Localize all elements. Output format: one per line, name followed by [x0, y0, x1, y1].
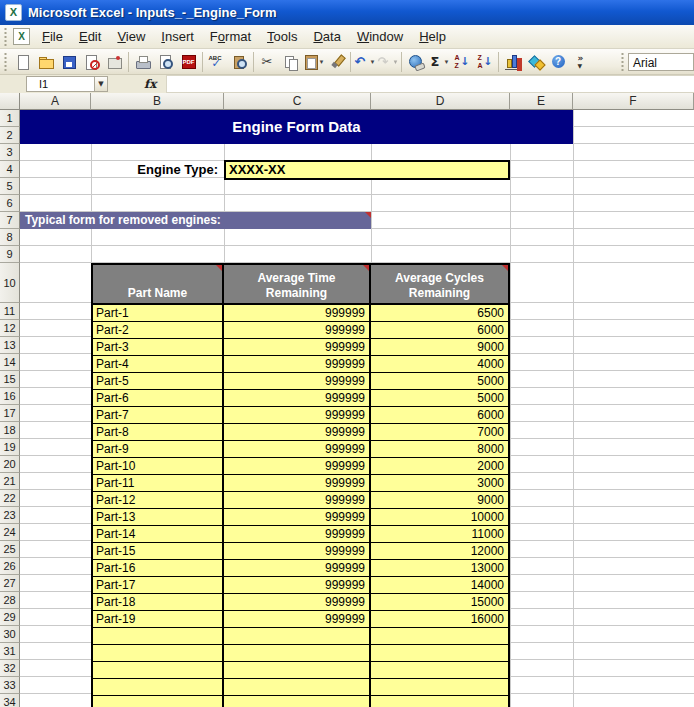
- avg-time-cell[interactable]: 999999: [224, 305, 371, 321]
- empty-cell[interactable]: [224, 679, 371, 695]
- column-header-D[interactable]: D: [371, 93, 510, 110]
- engine-type-cell[interactable]: XXXX-XX: [224, 160, 510, 180]
- avg-time-cell[interactable]: 999999: [224, 611, 371, 627]
- row-header-29[interactable]: 29: [0, 609, 20, 626]
- column-header-F[interactable]: F: [573, 93, 694, 110]
- avg-cycles-cell[interactable]: 2000: [371, 458, 508, 474]
- row-header-30[interactable]: 30: [0, 626, 20, 643]
- avg-time-cell[interactable]: 999999: [224, 322, 371, 338]
- undo-button[interactable]: ▼: [353, 51, 376, 73]
- part-name-cell[interactable]: Part-13: [93, 509, 224, 525]
- row-header-18[interactable]: 18: [0, 422, 20, 439]
- empty-cell[interactable]: [224, 645, 371, 661]
- avg-time-cell[interactable]: 999999: [224, 441, 371, 457]
- part-name-cell[interactable]: Part-6: [93, 390, 224, 406]
- chart-wizard-button[interactable]: [501, 51, 524, 73]
- part-name-cell[interactable]: Part-3: [93, 339, 224, 355]
- parts-table-header-cell[interactable]: Part Name: [93, 265, 224, 303]
- row-header-20[interactable]: 20: [0, 456, 20, 473]
- formatting-toolbar-grip[interactable]: [620, 53, 625, 71]
- row-header-28[interactable]: 28: [0, 592, 20, 609]
- menu-file[interactable]: File: [34, 26, 71, 47]
- menu-window[interactable]: Window: [349, 26, 411, 47]
- empty-cell[interactable]: [93, 696, 224, 707]
- part-name-cell[interactable]: Part-4: [93, 356, 224, 372]
- format-painter-button[interactable]: [325, 51, 348, 73]
- avg-cycles-cell[interactable]: 3000: [371, 475, 508, 491]
- part-name-cell[interactable]: Part-15: [93, 543, 224, 559]
- column-header-A[interactable]: A: [20, 93, 91, 110]
- open-button[interactable]: [34, 51, 57, 73]
- row-header-3[interactable]: 3: [0, 144, 20, 161]
- row-header-10[interactable]: 10: [0, 263, 20, 303]
- empty-cell[interactable]: [371, 628, 508, 644]
- menu-edit[interactable]: Edit: [71, 26, 109, 47]
- empty-cell[interactable]: [371, 645, 508, 661]
- avg-time-cell[interactable]: 999999: [224, 526, 371, 542]
- avg-cycles-cell[interactable]: 14000: [371, 577, 508, 593]
- copy-button[interactable]: [279, 51, 302, 73]
- row-header-14[interactable]: 14: [0, 354, 20, 371]
- empty-cell[interactable]: [371, 662, 508, 678]
- avg-time-cell[interactable]: 999999: [224, 594, 371, 610]
- row-header-19[interactable]: 19: [0, 439, 20, 456]
- row-header-34[interactable]: 34: [0, 694, 20, 707]
- empty-cell[interactable]: [371, 679, 508, 695]
- empty-cell[interactable]: [93, 645, 224, 661]
- name-box[interactable]: I1: [26, 76, 94, 92]
- parts-table-header-cell[interactable]: Average Cycles Remaining: [371, 265, 508, 303]
- part-name-cell[interactable]: Part-14: [93, 526, 224, 542]
- engine-type-label[interactable]: Engine Type:: [91, 161, 218, 178]
- part-name-cell[interactable]: Part-2: [93, 322, 224, 338]
- avg-time-cell[interactable]: 999999: [224, 492, 371, 508]
- section-note-cell[interactable]: Typical form for removed engines:: [20, 212, 371, 229]
- avg-cycles-cell[interactable]: 11000: [371, 526, 508, 542]
- empty-cell[interactable]: [371, 696, 508, 707]
- help-button[interactable]: [547, 51, 570, 73]
- menu-format[interactable]: Format: [202, 26, 259, 47]
- part-name-cell[interactable]: Part-19: [93, 611, 224, 627]
- pdf-export-button[interactable]: [177, 51, 200, 73]
- row-header-5[interactable]: 5: [0, 178, 20, 195]
- permission-button[interactable]: [80, 51, 103, 73]
- part-name-cell[interactable]: Part-7: [93, 407, 224, 423]
- avg-time-cell[interactable]: 999999: [224, 373, 371, 389]
- title-bar[interactable]: X Microsoft Excel - Inputs_-_Engine_Form: [0, 0, 694, 25]
- part-name-cell[interactable]: Part-17: [93, 577, 224, 593]
- avg-cycles-cell[interactable]: 5000: [371, 373, 508, 389]
- avg-time-cell[interactable]: 999999: [224, 560, 371, 576]
- row-header-16[interactable]: 16: [0, 388, 20, 405]
- avg-time-cell[interactable]: 999999: [224, 458, 371, 474]
- column-header-B[interactable]: B: [91, 93, 224, 110]
- row-header-33[interactable]: 33: [0, 677, 20, 694]
- email-button[interactable]: [103, 51, 126, 73]
- part-name-cell[interactable]: Part-12: [93, 492, 224, 508]
- menu-data[interactable]: Data: [305, 26, 348, 47]
- part-name-cell[interactable]: Part-5: [93, 373, 224, 389]
- save-button[interactable]: [57, 51, 80, 73]
- part-name-cell[interactable]: Part-11: [93, 475, 224, 491]
- part-name-cell[interactable]: Part-18: [93, 594, 224, 610]
- avg-time-cell[interactable]: 999999: [224, 424, 371, 440]
- row-header-4[interactable]: 4: [0, 161, 20, 178]
- avg-time-cell[interactable]: 999999: [224, 407, 371, 423]
- select-all-corner[interactable]: [0, 93, 20, 110]
- row-header-13[interactable]: 13: [0, 337, 20, 354]
- row-header-23[interactable]: 23: [0, 507, 20, 524]
- avg-cycles-cell[interactable]: 8000: [371, 441, 508, 457]
- empty-cell[interactable]: [224, 696, 371, 707]
- menubar-grip[interactable]: [3, 28, 8, 46]
- avg-cycles-cell[interactable]: 6000: [371, 322, 508, 338]
- banner-merged-cell[interactable]: Engine Form Data: [20, 110, 573, 144]
- row-header-1[interactable]: 1: [0, 110, 20, 127]
- menu-view[interactable]: View: [109, 26, 153, 47]
- avg-cycles-cell[interactable]: 16000: [371, 611, 508, 627]
- row-header-11[interactable]: 11: [0, 303, 20, 320]
- row-header-32[interactable]: 32: [0, 660, 20, 677]
- menu-help[interactable]: Help: [411, 26, 454, 47]
- avg-time-cell[interactable]: 999999: [224, 356, 371, 372]
- row-header-7[interactable]: 7: [0, 212, 20, 229]
- empty-cell[interactable]: [224, 662, 371, 678]
- parts-table-header-cell[interactable]: Average Time Remaining: [224, 265, 371, 303]
- avg-cycles-cell[interactable]: 9000: [371, 339, 508, 355]
